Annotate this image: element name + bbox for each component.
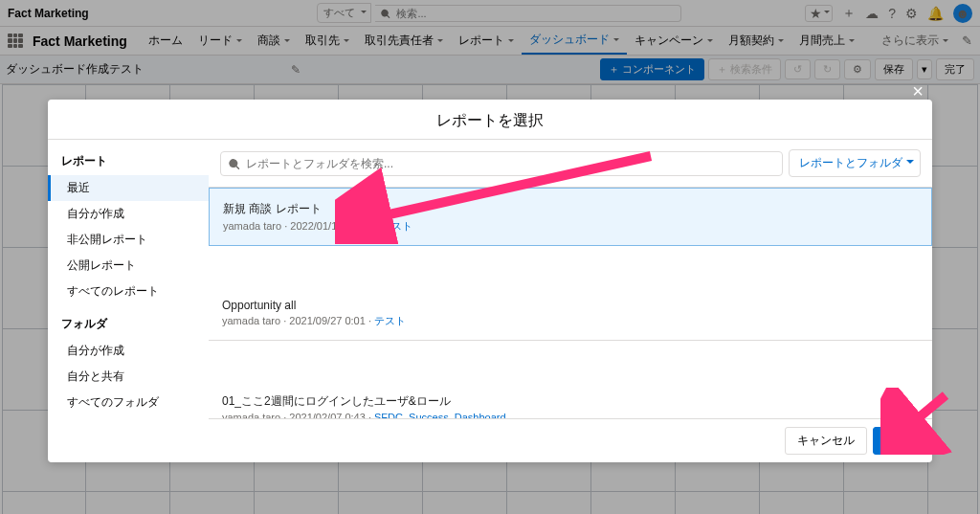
- sidebar-heading-folders: フォルダ: [48, 312, 209, 338]
- close-modal-button[interactable]: ×: [907, 80, 928, 101]
- modal-footer: キャンセル 選択: [209, 418, 932, 462]
- report-search-input[interactable]: [220, 151, 783, 176]
- select-report-modal: レポートを選択 レポート 最近 自分が作成 非公開レポート 公開レポート すべて…: [48, 100, 932, 462]
- sidebar-item-folders-all[interactable]: すべてのフォルダ: [48, 390, 209, 415]
- report-row-sub: yamada taro · 2022/01/11 11:34 · テスト: [223, 219, 918, 234]
- report-row-title: Opportunity all: [222, 299, 919, 312]
- sidebar-item-recent[interactable]: 最近: [48, 175, 209, 201]
- sidebar-heading-reports: レポート: [48, 149, 209, 175]
- report-row[interactable]: Opportunity all yamada taro · 2021/09/27…: [209, 286, 932, 341]
- report-row[interactable]: 01_ここ2週間にログインしたユーザ&ロール yamada taro · 202…: [209, 381, 932, 418]
- sidebar-item-folders-shared[interactable]: 自分と共有: [48, 364, 209, 390]
- sidebar-item-folders-mine[interactable]: 自分が作成: [48, 338, 209, 364]
- report-row-title: 新規 商談 レポート: [223, 201, 918, 217]
- sidebar-item-created-by-me[interactable]: 自分が作成: [48, 201, 209, 227]
- modal-title: レポートを選択: [48, 100, 932, 139]
- sidebar-item-all-reports[interactable]: すべてのレポート: [48, 279, 209, 304]
- report-row-title: 01_ここ2週間にログインしたユーザ&ロール: [222, 393, 919, 410]
- report-row[interactable]: 新規 商談 レポート yamada taro · 2022/01/11 11:3…: [209, 188, 932, 246]
- sidebar-item-private[interactable]: 非公開レポート: [48, 227, 209, 253]
- report-list: 新規 商談 レポート yamada taro · 2022/01/11 11:3…: [209, 187, 932, 418]
- sidebar-item-public[interactable]: 公開レポート: [48, 253, 209, 279]
- reports-folders-dropdown[interactable]: レポートとフォルダ: [789, 149, 921, 177]
- report-row-sub: yamada taro · 2021/02/07 0:43 · SFDC_Suc…: [222, 412, 919, 418]
- select-button[interactable]: 選択: [873, 427, 921, 455]
- modal-main: レポートとフォルダ 新規 商談 レポート yamada taro · 2022/…: [209, 140, 932, 462]
- report-row-sub: yamada taro · 2021/09/27 0:01 · テスト: [222, 314, 919, 328]
- cancel-button[interactable]: キャンセル: [785, 427, 867, 455]
- modal-sidebar: レポート 最近 自分が作成 非公開レポート 公開レポート すべてのレポート フォ…: [48, 140, 209, 462]
